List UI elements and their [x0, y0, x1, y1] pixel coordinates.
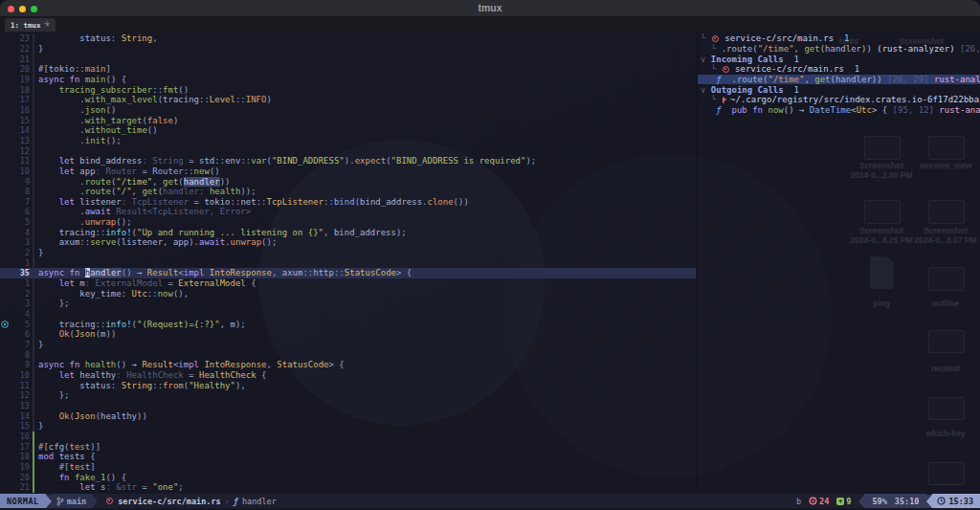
current-function: handler	[242, 497, 277, 506]
token: healthy	[79, 370, 116, 380]
code-line[interactable]: 12 };	[0, 390, 696, 401]
panel-row[interactable]: └ .route("/time", get(handler)) (rust-an…	[698, 44, 980, 55]
panel-row[interactable]: ∨ Incoming Calls 1	[698, 54, 980, 64]
code-line[interactable]: 20 fn fake_1() {	[0, 472, 696, 482]
code-line[interactable]: 9async fn health() → Result<impl IntoRes…	[0, 360, 696, 370]
line-number: 15	[10, 421, 30, 431]
token: ,	[152, 177, 163, 187]
code-line[interactable]: 7 let listener: TcpListener = tokio::net…	[0, 197, 696, 208]
token: ,	[794, 44, 805, 54]
panel-row[interactable]: ƒ pub fn now() → DateTime<Utc> { [95, 12…	[698, 105, 980, 116]
code-line[interactable]: 21	[0, 54, 696, 64]
token: ),	[235, 381, 246, 390]
window-titlebar[interactable]: tmux	[0, 0, 980, 17]
token: key_time	[38, 289, 122, 299]
token: Router	[152, 166, 184, 176]
code-line[interactable]: 13	[0, 401, 696, 411]
editor-pane[interactable]: 23 status: String,22}2120#[tokio::main]1…	[0, 32, 696, 493]
token: ∨	[701, 85, 711, 95]
code-line[interactable]: 2 key_time: Utc::now(),	[0, 288, 696, 299]
code-line[interactable]: 19async fn main() {	[0, 75, 696, 85]
token: serve	[90, 237, 116, 247]
code-line[interactable]: 17 .with_max_level(tracing::Level::INFO)	[0, 95, 696, 105]
code-line[interactable]: 2}	[0, 248, 696, 258]
token: Incoming Calls	[711, 55, 784, 64]
code-line[interactable]: 6 .await Result<TcpListener, Error>	[0, 207, 696, 217]
token: "BIND_ADDRESS is required"	[391, 156, 526, 166]
code-line[interactable]: 12	[0, 145, 696, 156]
line-number: 8	[10, 187, 30, 196]
token: impl	[178, 360, 199, 369]
panel-row[interactable]: └ service-c/src/main.rs 1	[698, 64, 980, 75]
code-line[interactable]: 18 tracing_subscriber::fmt()	[0, 84, 696, 95]
token: "(Request)={:?}"	[137, 320, 220, 329]
token: mod	[38, 452, 59, 461]
panel-row-selected[interactable]: ƒ .route("/time", get(handler)) [26, 29]…	[698, 75, 980, 85]
call-hierarchy-panel[interactable]: └ service-c/src/main.rs 1 └ .route("/tim…	[697, 32, 980, 493]
code-text: let healthy: HealthCheck = HealthCheck {	[33, 370, 696, 381]
code-line[interactable]: 3 };	[0, 299, 696, 309]
token: healthy	[100, 411, 137, 421]
token: ]	[90, 462, 95, 472]
code-line[interactable]: 13 .init();	[0, 136, 696, 146]
code-line[interactable]: 7}	[0, 340, 696, 350]
code-text: .with_target(false)	[33, 115, 696, 125]
code-text: };	[33, 299, 696, 309]
token: ).	[345, 156, 355, 166]
code-line[interactable]: 20#[tokio::main]	[0, 64, 696, 75]
wheel-icon	[809, 497, 817, 505]
code-line[interactable]: 3 axum::serve(listener, app).await.unwra…	[0, 237, 696, 248]
code-line[interactable]: 5 .unwrap();	[0, 217, 696, 228]
token: [26, 29]	[955, 44, 980, 54]
token: .	[38, 125, 85, 135]
token: () {	[105, 75, 126, 84]
token: ::	[214, 156, 225, 166]
code-line[interactable]: 4	[0, 309, 696, 320]
code-line[interactable]: 15}	[0, 421, 696, 432]
code-line[interactable]: 14 .without_time()	[0, 125, 696, 136]
token: from	[163, 381, 184, 390]
screen: hintsScreenshotScreenshot2024-0...2.00 P…	[0, 0, 980, 510]
code-line[interactable]: 1 let m: ExternalModel = ExternalModel {	[0, 278, 696, 289]
code-line[interactable]: 18mod tests {	[0, 452, 696, 462]
plugin-count: 24	[809, 497, 829, 506]
code-line[interactable]: 19 #[test]	[0, 462, 696, 473]
code-line[interactable]: 22}	[0, 44, 696, 55]
log-point-icon	[0, 321, 10, 328]
token: Utc	[857, 105, 872, 115]
code-line[interactable]: 9 .route("/time", get(handler))	[0, 176, 696, 187]
code-line[interactable]: 8 .route("/", get(handler: health));	[0, 187, 696, 197]
code-line[interactable]: 35async fn handler() → Result<impl IntoR…	[0, 268, 696, 278]
code-line[interactable]: 1	[0, 257, 696, 268]
code-text: .without_time()	[33, 125, 696, 136]
code-line[interactable]: 4 tracing::info!("Up and running ... lis…	[0, 227, 696, 237]
code-line[interactable]: 23 status: String,	[0, 33, 696, 44]
code-line[interactable]: 6 Ok(Json(m))	[0, 329, 696, 340]
token: ()	[116, 360, 131, 369]
token: env	[225, 156, 240, 166]
code-line[interactable]: 10 let app: Router = Router::new()	[0, 166, 696, 177]
code-line[interactable]: 21 let s: &str = "one";	[0, 482, 696, 493]
panel-row[interactable]: ∨ Outgoing Calls 1	[698, 84, 980, 95]
code-text	[33, 54, 696, 64]
code-line[interactable]: 5 tracing::info!("(Request)={:?}", m);	[0, 319, 696, 329]
code-line[interactable]: 15 .with_target(false)	[0, 115, 696, 125]
token: listener	[79, 197, 121, 207]
code-line[interactable]: 17#[cfg(test)]	[0, 441, 696, 452]
new-tab-button[interactable]: +	[44, 18, 50, 29]
token: main	[85, 75, 106, 84]
code-line[interactable]: 16	[0, 432, 696, 442]
code-line[interactable]: 11 let bind_address: String = std::env::…	[0, 156, 696, 166]
token: let	[38, 156, 79, 166]
code-line[interactable]: 16 .json()	[0, 105, 696, 116]
panel-row[interactable]: └ ~/.cargo/registry/src/index.crates.io-…	[698, 95, 980, 105]
code-line[interactable]: 8	[0, 349, 696, 360]
code-line[interactable]: 10 let healthy: HealthCheck = HealthChec…	[0, 370, 696, 381]
token: route	[85, 177, 111, 187]
code-text	[33, 349, 696, 360]
token: get	[804, 44, 819, 54]
code-line[interactable]: 14 Ok(Json(healthy))	[0, 410, 696, 421]
code-line[interactable]: 11 status: String::from("Healthy"),	[0, 380, 696, 390]
panel-row[interactable]: └ service-c/src/main.rs 1	[698, 33, 980, 44]
token: ::	[147, 289, 158, 299]
